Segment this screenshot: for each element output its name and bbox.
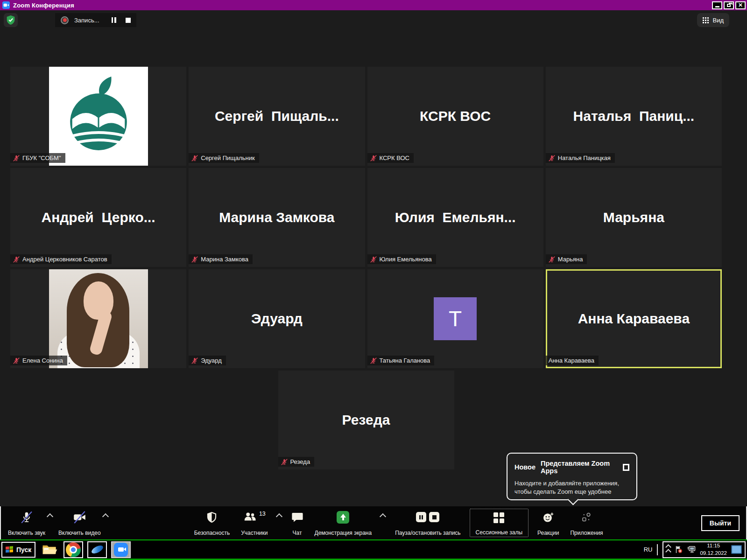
participants-chevron[interactable] bbox=[277, 509, 282, 537]
chat-icon bbox=[291, 510, 303, 525]
taskbar-chrome-icon[interactable] bbox=[63, 541, 83, 558]
clock-date: 09.12.2022 bbox=[700, 550, 727, 557]
muted-mic-icon bbox=[13, 155, 20, 161]
breakout-rooms-button[interactable]: Сессионные залы bbox=[470, 509, 529, 537]
zoom-apps-popup[interactable]: Новое Представляем Zoom Apps Находите и … bbox=[507, 453, 637, 500]
participant-tile[interactable]: Андрей Церко...Андрей Церковников Сарато… bbox=[10, 168, 186, 267]
security-button[interactable]: Безопасность bbox=[192, 509, 233, 537]
close-button[interactable]: ✕ bbox=[735, 1, 746, 9]
participants-count: 13 bbox=[259, 511, 266, 517]
popup-body: Находите и добавляйте приложения, чтобы … bbox=[514, 479, 629, 496]
muted-mic-icon bbox=[549, 256, 555, 263]
share-options-chevron[interactable] bbox=[381, 509, 386, 537]
participants-label: Участники bbox=[241, 530, 268, 536]
participant-name: Наталья Паниц... bbox=[573, 108, 695, 124]
participant-label: Марина Замкова bbox=[189, 254, 253, 264]
participant-tile[interactable]: ГБУК "СОБМ" bbox=[10, 67, 186, 166]
participant-tile[interactable]: ТТатьяна Галанова bbox=[367, 269, 543, 368]
show-desktop-icon[interactable] bbox=[731, 545, 742, 554]
participant-label: КСРК ВОС bbox=[367, 153, 414, 163]
audio-options-chevron[interactable] bbox=[48, 509, 53, 537]
restore-button[interactable] bbox=[724, 1, 734, 9]
popup-badge: Новое bbox=[514, 463, 536, 471]
view-label: Вид bbox=[712, 17, 724, 24]
apps-icon bbox=[581, 510, 592, 525]
view-button[interactable]: Вид bbox=[697, 13, 729, 27]
participant-name: Эдуард bbox=[251, 311, 303, 327]
muted-mic-icon bbox=[21, 510, 33, 525]
recording-label: Запись... bbox=[74, 17, 99, 24]
participant-label: Сергей Пищальник bbox=[189, 153, 259, 163]
participant-tile[interactable]: Сергей Пищаль...Сергей Пищальник bbox=[189, 67, 365, 166]
reactions-label: Реакции bbox=[537, 530, 559, 536]
chevron-up-icon bbox=[275, 513, 282, 520]
meeting-security-badge[interactable] bbox=[4, 13, 18, 27]
participant-name: Юлия Емельян... bbox=[395, 210, 516, 225]
chevron-up-icon bbox=[380, 513, 386, 520]
meeting-area: Запись... Вид ГБУК "СОБМ"Сергей Пищаль..… bbox=[0, 10, 747, 506]
clock-time: 11:15 bbox=[700, 542, 727, 550]
show-hidden-icons-chevrons[interactable] bbox=[666, 545, 670, 554]
taskbar-clock[interactable]: 11:15 09.12.2022 bbox=[700, 542, 727, 557]
participant-tile[interactable]: РезедаРезеда bbox=[278, 371, 454, 469]
muted-mic-icon bbox=[370, 155, 377, 161]
participant-tile[interactable]: Анна КараваеваАнна Караваева bbox=[546, 269, 722, 368]
participant-name: Сергей Пищаль... bbox=[215, 108, 339, 124]
muted-mic-icon bbox=[191, 256, 198, 263]
share-screen-icon bbox=[337, 510, 349, 525]
participant-tile[interactable]: МарьянаМарьяна bbox=[546, 168, 722, 267]
titlebar[interactable]: Zoom Конференция ✕ bbox=[0, 0, 747, 10]
taskbar-folder-icon[interactable] bbox=[40, 541, 59, 558]
avatar: Т bbox=[434, 297, 477, 340]
chevron-up-icon bbox=[102, 513, 109, 520]
unmute-button[interactable]: Включить звук bbox=[6, 509, 48, 537]
participant-label: Андрей Церковников Саратов bbox=[10, 254, 112, 264]
taskbar-media-app-icon[interactable] bbox=[87, 541, 107, 558]
participant-label: Елена Сонина bbox=[10, 356, 67, 365]
share-screen-label: Демонстрация экрана bbox=[315, 530, 372, 536]
reactions-button[interactable]: Реакции bbox=[535, 509, 561, 537]
minimize-icon bbox=[715, 6, 719, 7]
start-video-button[interactable]: Включить видео bbox=[56, 509, 103, 537]
video-options-chevron[interactable] bbox=[103, 509, 109, 537]
zoom-window: Zoom Конференция ✕ Запись... bbox=[0, 0, 747, 539]
muted-mic-icon bbox=[191, 155, 198, 161]
webcam-video-feed bbox=[49, 269, 148, 368]
participant-tile[interactable]: Елена Сонина bbox=[10, 269, 186, 368]
taskbar-zoom-icon[interactable] bbox=[111, 541, 131, 558]
participant-tile[interactable]: ЭдуардЭдуард bbox=[189, 269, 365, 368]
breakout-rooms-icon bbox=[493, 510, 504, 525]
participant-tile[interactable]: Наталья Паниц...Наталья Паницкая bbox=[546, 67, 722, 166]
participant-label: Марьяна bbox=[546, 254, 587, 264]
popup-title-row: Новое Представляем Zoom Apps bbox=[514, 460, 629, 475]
leave-meeting-button[interactable]: Выйти bbox=[701, 515, 740, 531]
participant-tile[interactable]: Марина ЗамковаМарина Замкова bbox=[189, 168, 365, 267]
apps-button[interactable]: Приложения bbox=[568, 509, 605, 537]
participant-tile[interactable]: Юлия Емельян...Юлия Емельянова bbox=[367, 168, 543, 267]
participants-button[interactable]: 13 Участники bbox=[239, 509, 270, 537]
security-shield-icon bbox=[206, 510, 217, 525]
start-button[interactable]: Пуск bbox=[1, 542, 35, 558]
network-icon[interactable] bbox=[687, 546, 696, 553]
pause-stop-recording-button[interactable]: Пауза/остановить запись bbox=[393, 509, 463, 537]
participant-name: КСРК ВОС bbox=[420, 108, 491, 124]
participant-name: Марьяна bbox=[603, 210, 664, 225]
zoom-apps-square-icon bbox=[623, 464, 629, 471]
library-logo bbox=[63, 76, 134, 156]
share-screen-button[interactable]: Демонстрация экрана bbox=[312, 509, 374, 537]
minimize-button[interactable] bbox=[712, 1, 722, 9]
security-label: Безопасность bbox=[194, 530, 230, 536]
chat-button[interactable]: Чат bbox=[289, 509, 306, 537]
participant-label: Резеда bbox=[278, 457, 315, 467]
meeting-toolbar: Включить звук Включить видео Безопасност… bbox=[0, 506, 747, 539]
participant-label: Юлия Емельянова bbox=[367, 254, 436, 264]
chevron-up-icon bbox=[47, 513, 53, 520]
stop-recording-button[interactable] bbox=[126, 18, 131, 23]
pause-recording-button[interactable] bbox=[112, 17, 116, 23]
library-logo-video bbox=[49, 67, 148, 166]
language-indicator[interactable]: RU bbox=[644, 546, 653, 553]
action-center-flag-icon[interactable] bbox=[675, 546, 683, 553]
record-dot-icon bbox=[61, 16, 69, 24]
participant-tile[interactable]: КСРК ВОСКСРК ВОС bbox=[367, 67, 543, 166]
record-label: Пауза/остановить запись bbox=[395, 530, 460, 536]
